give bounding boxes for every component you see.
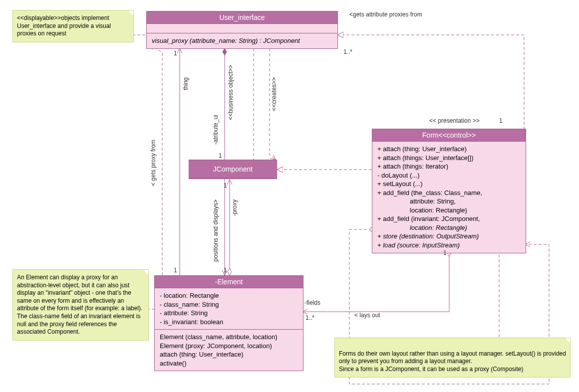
method: location: Rectangle) (377, 206, 521, 215)
class-title: Form<<control>> (372, 129, 526, 142)
label-business-object: <<business object>> (227, 65, 234, 120)
label-positions-displays: positions and displays> (212, 199, 219, 261)
attr: - class_name: String (160, 300, 298, 309)
label-gets-proxy-from: < gets proxy from (150, 140, 157, 186)
method: + setLayout (...) (377, 180, 521, 189)
mult: 1..* (343, 48, 352, 55)
class-jcomponent: JComponent (189, 160, 277, 179)
method: + load (source: InputStream) (377, 241, 521, 250)
class-title: JComponent (189, 160, 277, 179)
note-form: Forms do their own layout rather than us… (334, 338, 571, 378)
attr: - attribute: String (160, 309, 298, 318)
method: + attach (things: User_interface[]) (377, 154, 521, 163)
label-lays-out: < lays out (354, 312, 380, 319)
attr: - is_invariant: boolean (160, 318, 298, 327)
label-fields: -fields (304, 299, 320, 306)
class-title: -Element (155, 276, 303, 288)
note-text: Forms do their own layout rather than us… (339, 350, 566, 373)
label-presentation: << presentation >> (429, 117, 480, 124)
attr: - location: Rectangle (160, 291, 298, 300)
label-gets-attr-proxies: <gets attribute proxies from (349, 11, 422, 18)
note-displayable: <<displayable>>objects implement User_in… (12, 10, 134, 42)
mult: 1 (174, 267, 177, 274)
class-user-interface: User_interface visual_proxy (attribute_n… (146, 11, 338, 49)
label-creates: <<creates>> (271, 77, 278, 111)
note-element: An Element can display a proxy for an ab… (12, 269, 149, 341)
class-form: Form<<control>> + attach (thing: User_in… (372, 129, 526, 253)
method: Element (proxy: JComponent, location) (160, 342, 298, 351)
mult: 1 (443, 249, 447, 256)
mult: 1 (224, 182, 227, 189)
method: Element (class_name, attribute, location… (160, 333, 298, 342)
mult: 1..* (305, 314, 314, 321)
method: activate() (160, 359, 298, 368)
mult: 1 (499, 117, 503, 124)
mult: 1 (224, 267, 227, 274)
method: - doLayout (...) (377, 171, 521, 180)
note-text: An Element can display a proxy for an ab… (17, 274, 142, 335)
class-method: visual_proxy (attribute_name: String) : … (147, 33, 337, 48)
mult: 1 (174, 50, 177, 57)
label-proxy: -proxy (231, 199, 238, 216)
label-atribute-ui: -atribute_ui (212, 115, 219, 145)
class-attrs-empty (147, 24, 337, 33)
method: attribute: String, (377, 197, 521, 206)
class-methods: + attach (thing: User_interface) + attac… (372, 142, 526, 253)
class-attrs: - location: Rectangle - class_name: Stri… (155, 288, 303, 330)
method: attach (thing: User_interface) (160, 350, 298, 359)
method: + attach (things: Iterator) (377, 162, 521, 171)
method: + attach (thing: User_interface) (377, 145, 521, 154)
method: + store (destination: OutputStream) (377, 232, 521, 241)
mult: 1 (219, 152, 222, 159)
label-thing: thing (182, 77, 189, 90)
class-methods: Element (class_name, attribute, location… (155, 330, 303, 371)
class-element: -Element - location: Rectangle - class_n… (154, 275, 303, 371)
note-text: <<displayable>>objects implement User_in… (17, 14, 111, 37)
method: location: Rectangle) (377, 223, 521, 232)
method: + add_field (invariant: JComponent, (377, 214, 521, 223)
class-title: User_interface (147, 11, 337, 24)
method: + add_field (the_class: Class_name, (377, 189, 521, 197)
